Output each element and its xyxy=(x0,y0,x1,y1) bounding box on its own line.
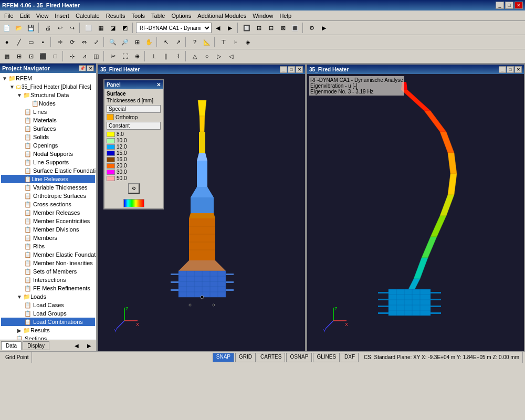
window-1-title-bar[interactable]: 35_Fired Heater _ □ ✕ xyxy=(98,65,305,74)
tb-zoom-in[interactable]: 🔍 xyxy=(107,36,119,48)
tree-ribs[interactable]: 📋 Ribs xyxy=(1,242,95,250)
tree-variable-thick[interactable]: 📋 Variable Thicknesses xyxy=(1,183,95,192)
menu-insert[interactable]: Insert xyxy=(51,12,72,20)
window-2-title-bar[interactable]: 35_Fired Heater _ □ ✕ xyxy=(307,65,524,74)
panel-collapse-left[interactable]: ◀ xyxy=(71,340,82,352)
tree-fe-mesh[interactable]: 📋 FE Mesh Refinements xyxy=(1,284,95,292)
tb-view2[interactable]: ▦ xyxy=(95,22,107,34)
tb-print[interactable]: 🖨 xyxy=(42,22,54,34)
tree-intersections[interactable]: 📋 Intersections xyxy=(1,276,95,284)
w1-maximize[interactable]: □ xyxy=(288,66,295,73)
tree-sets-members[interactable]: 📋 Sets of Members xyxy=(1,267,95,276)
expand-rfem[interactable]: ▼ xyxy=(1,76,8,81)
menu-calculate[interactable]: Calculate xyxy=(72,12,103,20)
menu-window[interactable]: Window xyxy=(249,12,276,20)
tb-r3-5[interactable]: □ xyxy=(49,50,61,62)
menu-options[interactable]: Options xyxy=(168,12,194,20)
status-dxf-btn[interactable]: DXF xyxy=(341,353,359,362)
tb-select[interactable]: ↖ xyxy=(160,36,172,48)
tb-r3[interactable]: ⊟ xyxy=(265,22,277,34)
tb-next[interactable]: ▶ xyxy=(224,22,236,34)
tree-loads[interactable]: ▼ 📁 Loads xyxy=(1,292,95,301)
tree-results[interactable]: ▶ 📁 Results xyxy=(1,326,95,334)
close-btn[interactable]: ✕ xyxy=(514,2,523,9)
tree-member-elastic[interactable]: 📋 Member Elastic Foundat... xyxy=(1,250,95,259)
tab-data[interactable]: Data xyxy=(1,341,22,350)
tb-r3-3[interactable]: ⊡ xyxy=(25,50,37,62)
tb-rotate[interactable]: ⟳ xyxy=(66,36,78,48)
tb-open[interactable]: 📂 xyxy=(13,22,25,34)
menu-table[interactable]: Table xyxy=(148,12,168,20)
tb-deselect[interactable]: ↗ xyxy=(172,36,184,48)
tree-nodal-supports[interactable]: 📋 Nodal Supports xyxy=(1,150,95,158)
panel-pin-btn[interactable]: 📌 xyxy=(79,65,86,71)
panel-settings-btn[interactable]: ⚙ xyxy=(128,183,140,194)
tb-3d[interactable]: ▪ xyxy=(37,36,49,48)
tb-surface[interactable]: ▭ xyxy=(25,36,37,48)
tb-r3-15[interactable]: △ xyxy=(189,50,201,62)
tb-r2[interactable]: ⊞ xyxy=(253,22,265,34)
tb-calc2[interactable]: ▶ xyxy=(318,22,330,34)
tree-lines[interactable]: 📋 Lines xyxy=(1,108,95,116)
tree-member-divisions[interactable]: 📋 Member Divisions xyxy=(1,225,95,234)
menu-edit[interactable]: Edit xyxy=(17,12,33,20)
menu-help[interactable]: Help xyxy=(276,12,295,20)
tree-surface-elastic[interactable]: 📋 Surface Elastic Foundati... xyxy=(1,166,95,175)
tree-load-combinations[interactable]: 📋 Load Combinations xyxy=(1,318,95,326)
tb-query[interactable]: ? xyxy=(189,36,201,48)
tree-openings[interactable]: 📋 Openings xyxy=(1,141,95,150)
status-osnap-btn[interactable]: OSNAP xyxy=(286,353,312,362)
tree-structural-data[interactable]: ▼ 📁 Structural Data xyxy=(1,91,95,99)
tree-line-supports[interactable]: 📋 Line Supports xyxy=(1,158,95,166)
tb-view1[interactable]: ⬜ xyxy=(83,22,94,34)
menu-view[interactable]: View xyxy=(33,12,52,20)
panel-colorbar-btn[interactable] xyxy=(123,199,144,207)
tb-node[interactable]: ● xyxy=(1,36,13,48)
status-cartes-btn[interactable]: CARTES xyxy=(257,353,285,362)
w2-minimize[interactable]: _ xyxy=(499,66,506,73)
tb-new[interactable]: 📄 xyxy=(1,22,13,34)
tb-r3-4[interactable]: ⬛ xyxy=(37,50,49,62)
w2-close[interactable]: ✕ xyxy=(514,66,522,73)
tb-r3-7[interactable]: ⊿ xyxy=(78,50,90,62)
tb-r3-16[interactable]: ○ xyxy=(201,50,213,62)
tb-undo[interactable]: ↩ xyxy=(54,22,66,34)
tree-member-eccentricities[interactable]: 📋 Member Eccentricities xyxy=(1,217,95,225)
expand-project[interactable]: ▼ xyxy=(8,84,16,90)
rf-dynam-combo[interactable]: RF-DYNAM CA1 - Dynami xyxy=(136,23,212,33)
tree-project[interactable]: ▼ 🗂 35_Fired Heater [Dlubal Files] xyxy=(1,82,95,91)
tb-zoom-fit[interactable]: ⊞ xyxy=(131,36,143,48)
panel-constant-btn[interactable]: Constant xyxy=(107,122,161,130)
tb-move[interactable]: ✛ xyxy=(54,36,66,48)
tb-view-top[interactable]: ⊤ xyxy=(218,36,229,48)
tb-view4[interactable]: ◩ xyxy=(119,22,131,34)
w2-maximize[interactable]: □ xyxy=(507,66,514,73)
panel-collapse-right[interactable]: ▶ xyxy=(83,340,95,352)
tree-rfem[interactable]: ▼ 📁 RFEM xyxy=(1,74,95,82)
tb-r3-2[interactable]: ⊞ xyxy=(13,50,25,62)
panel-close-btn[interactable]: ✕ xyxy=(87,65,94,71)
panel-special-btn[interactable]: Special xyxy=(107,105,161,113)
tree-solids[interactable]: 📋 Solids xyxy=(1,133,95,141)
tree-nodes[interactable]: 📋 Nodes xyxy=(1,99,95,108)
status-grid-btn[interactable]: GRID xyxy=(235,353,256,362)
panel-close[interactable]: ✕ xyxy=(156,82,161,88)
tb-r3-13[interactable]: ∥ xyxy=(160,50,172,62)
tree-ortho-surfaces[interactable]: 📋 Orthotropic Surfaces xyxy=(1,192,95,200)
tree-cross-sections[interactable]: 📋 Cross-sections xyxy=(1,200,95,208)
tb-prev[interactable]: ◀ xyxy=(212,22,224,34)
tree-materials[interactable]: 📋 Materials xyxy=(1,116,95,124)
tb-measure[interactable]: 📐 xyxy=(201,36,213,48)
tb-r3-9[interactable]: ✂ xyxy=(107,50,119,62)
window-2-controls[interactable]: _ □ ✕ xyxy=(499,66,522,73)
tb-r4[interactable]: ⊠ xyxy=(277,22,289,34)
tb-zoom-out[interactable]: 🔎 xyxy=(119,36,131,48)
tb-save[interactable]: 💾 xyxy=(25,22,37,34)
tb-view-iso[interactable]: ◈ xyxy=(242,36,254,48)
tb-view-front[interactable]: ⊦ xyxy=(230,36,242,48)
tb-scale[interactable]: ⤢ xyxy=(90,36,102,48)
tab-display[interactable]: Display xyxy=(23,341,49,350)
tb-calc[interactable]: ⚙ xyxy=(306,22,318,34)
tree-sections[interactable]: 📋 Sections xyxy=(1,334,95,340)
tree-load-cases[interactable]: 📋 Load Cases xyxy=(1,301,95,309)
